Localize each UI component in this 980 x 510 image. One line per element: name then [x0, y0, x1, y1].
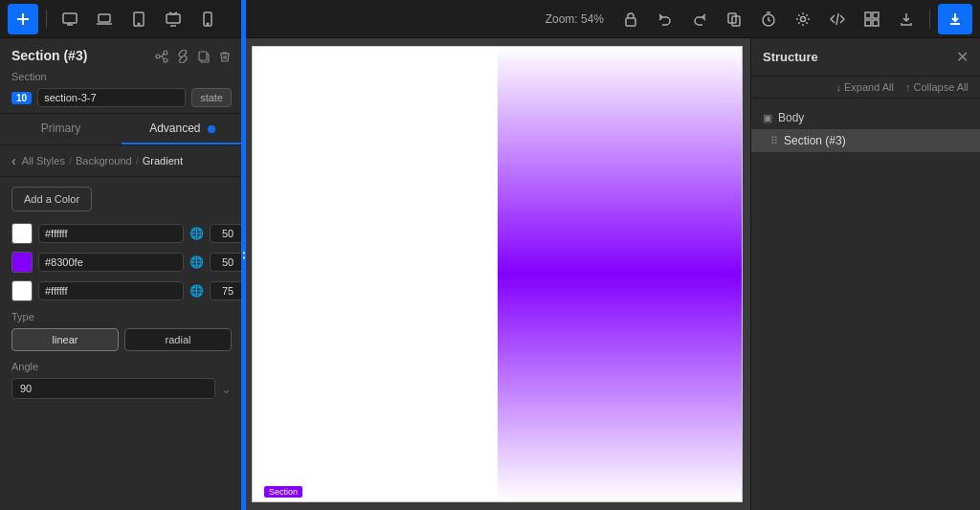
svg-rect-1: [99, 14, 110, 22]
timer-button[interactable]: [753, 4, 784, 34]
zoom-level: Zoom: 54%: [546, 12, 604, 26]
color-hex-input-3[interactable]: [38, 281, 184, 300]
collapse-all-button[interactable]: ↑ Collapse All: [905, 81, 969, 93]
tree-item-body-label: Body: [778, 111, 804, 124]
angle-label: Angle: [11, 361, 232, 372]
structure-tree: ▣ Body ⠿ Section (#3): [751, 99, 980, 160]
section-badge: Section: [264, 486, 302, 498]
svg-point-11: [801, 16, 806, 21]
resize-handle[interactable]: • •: [241, 0, 246, 510]
download-button[interactable]: [938, 4, 972, 34]
right-panel: Structure ✕ ↓ Expand All ↑ Collapse All …: [750, 38, 980, 510]
svg-point-3: [138, 23, 140, 25]
color-hex-input-1[interactable]: [38, 224, 184, 243]
svg-point-13: [164, 51, 167, 55]
svg-point-14: [164, 58, 167, 62]
toolbar-separator-2: [929, 10, 930, 29]
color-stop-3: 🌐 % ✕: [11, 280, 232, 301]
canvas-left: [253, 47, 498, 501]
tree-item-section[interactable]: ⠿ Section (#3): [751, 129, 980, 152]
copy-icon[interactable]: [197, 50, 211, 66]
structure-title: Structure: [763, 50, 818, 64]
color-hex-input-2[interactable]: [38, 253, 184, 272]
tv-view-button[interactable]: [158, 4, 189, 34]
link-icon[interactable]: [176, 50, 189, 66]
breadcrumb-sep-1: /: [69, 155, 72, 166]
handle-dots: • •: [241, 252, 246, 259]
svg-point-6: [207, 23, 209, 25]
color-swatch-1[interactable]: [11, 223, 33, 244]
breadcrumb-back[interactable]: ‹: [11, 153, 16, 168]
angle-stepper[interactable]: ⌄: [221, 382, 232, 396]
expand-all-button[interactable]: ↓ Expand All: [835, 81, 894, 93]
structure-header: Structure ✕: [751, 38, 980, 77]
left-panel: Section (#3) Section: [0, 38, 244, 510]
position-input-3[interactable]: [210, 281, 243, 300]
panel-header: Section (#3) Section: [0, 38, 243, 114]
section-icon: ⠿: [770, 135, 778, 147]
lock-button[interactable]: [615, 4, 646, 34]
breadcrumb-all-styles[interactable]: All Styles: [22, 155, 65, 166]
breadcrumb: ‹ All Styles / Background / Gradient: [0, 145, 243, 177]
type-buttons: linear radial: [11, 328, 232, 351]
id-badge: 10: [11, 92, 32, 104]
desktop-view-button[interactable]: [55, 4, 85, 34]
panel-content: Add a Color 🌐 % ✕ 🌐 % ✕: [0, 177, 243, 510]
breadcrumb-sep-2: /: [136, 155, 139, 166]
id-row: 10 state: [11, 88, 232, 107]
grid-button[interactable]: [857, 4, 887, 34]
main-layout: Section (#3) Section: [0, 38, 980, 510]
tree-item-section-label: Section (#3): [784, 134, 846, 147]
tab-primary[interactable]: Primary: [0, 114, 122, 144]
delete-icon[interactable]: [218, 50, 232, 66]
panel-title: Section (#3): [11, 48, 87, 63]
canvas-inner: Section: [252, 46, 743, 502]
global-color-icon-3[interactable]: 🌐: [189, 284, 204, 298]
breadcrumb-background[interactable]: Background: [76, 155, 132, 166]
svg-rect-0: [63, 13, 77, 23]
color-stop-1: 🌐 % ✕: [11, 223, 232, 244]
settings-button[interactable]: [788, 4, 818, 34]
group-icon[interactable]: [155, 50, 168, 66]
add-color-button[interactable]: Add a Color: [11, 187, 92, 211]
code-button[interactable]: [822, 4, 853, 34]
id-input[interactable]: [37, 88, 186, 107]
position-input-1[interactable]: [210, 224, 243, 243]
type-linear-button[interactable]: linear: [11, 328, 119, 351]
type-label: Type: [11, 311, 232, 322]
color-swatch-3[interactable]: [11, 280, 33, 301]
canvas-area[interactable]: Section: [244, 38, 750, 510]
angle-input[interactable]: [11, 378, 215, 399]
panel-subtitle: Section: [11, 71, 232, 82]
top-toolbar: Zoom: 54%: [0, 0, 980, 38]
svg-rect-7: [626, 18, 635, 26]
add-button[interactable]: [8, 4, 38, 34]
svg-rect-16: [199, 52, 207, 60]
body-icon: ▣: [763, 112, 772, 124]
laptop-view-button[interactable]: [89, 4, 120, 34]
pages-button[interactable]: [719, 4, 749, 34]
structure-actions: ↓ Expand All ↑ Collapse All: [751, 77, 980, 99]
breadcrumb-gradient: Gradient: [143, 155, 183, 166]
color-stop-2: 🌐 % ✕: [11, 252, 232, 273]
global-color-icon-2[interactable]: 🌐: [189, 255, 204, 269]
close-structure-button[interactable]: ✕: [956, 48, 969, 66]
position-input-2[interactable]: [210, 253, 243, 272]
svg-point-12: [156, 55, 160, 58]
redo-button[interactable]: [684, 4, 715, 34]
global-color-icon-1[interactable]: 🌐: [189, 227, 204, 240]
export-button[interactable]: [891, 4, 922, 34]
tab-advanced[interactable]: Advanced: [122, 114, 243, 144]
angle-row: ⌄: [11, 378, 232, 399]
gradient-preview: [498, 47, 743, 501]
state-button[interactable]: state: [191, 88, 232, 107]
tree-item-body[interactable]: ▣ Body: [751, 106, 980, 129]
toolbar-separator-1: [46, 10, 47, 29]
color-swatch-2[interactable]: [11, 252, 33, 273]
mobile-view-button[interactable]: [192, 4, 223, 34]
type-radial-button[interactable]: radial: [124, 328, 232, 351]
undo-button[interactable]: [650, 4, 680, 34]
tablet-view-button[interactable]: [123, 4, 154, 34]
tab-indicator: [208, 125, 215, 133]
tab-bar: Primary Advanced: [0, 114, 243, 145]
